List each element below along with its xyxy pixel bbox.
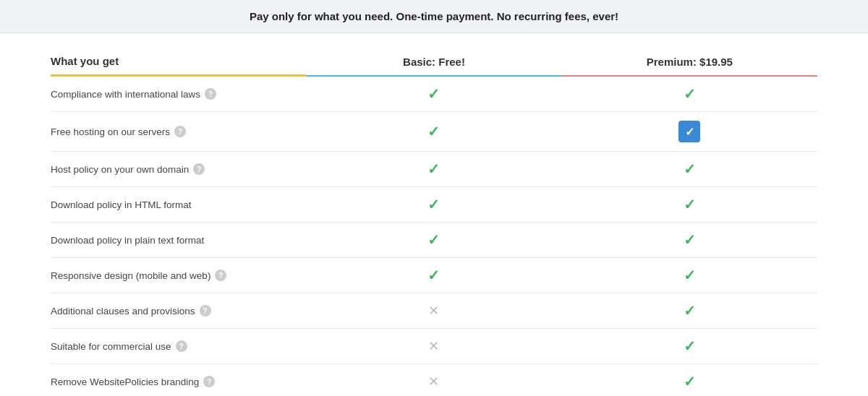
check-icon: ✓ xyxy=(684,303,696,319)
premium-cell: ✓ xyxy=(562,373,817,390)
basic-cell: ✓ xyxy=(306,160,561,178)
col-feature-header: What you get xyxy=(51,55,306,77)
premium-cell: ✓ xyxy=(562,160,817,178)
premium-cell: ✓ xyxy=(562,121,817,142)
banner-text: Pay only for what you need. One-time pay… xyxy=(250,10,618,22)
basic-cell: ✓ xyxy=(306,85,561,103)
cross-icon: ✕ xyxy=(428,374,439,389)
basic-cell: ✓ xyxy=(306,267,561,284)
top-banner: Pay only for what you need. One-time pay… xyxy=(0,0,868,33)
feature-label: Compliance with international laws? xyxy=(51,88,306,100)
help-icon[interactable]: ? xyxy=(205,88,216,100)
table-row: Suitable for commercial use?✕✓ xyxy=(51,329,817,364)
col-basic-header: Basic: Free! xyxy=(306,56,561,77)
feature-label: Free hosting on our servers? xyxy=(51,126,306,137)
help-icon[interactable]: ? xyxy=(174,126,186,137)
check-icon: ✓ xyxy=(685,125,694,139)
highlight-check-box: ✓ xyxy=(678,121,700,142)
check-icon: ✓ xyxy=(427,267,440,283)
check-icon: ✓ xyxy=(427,86,440,102)
feature-label: Responsive design (mobile and web)? xyxy=(51,270,306,281)
help-icon[interactable]: ? xyxy=(203,376,215,387)
premium-cell: ✓ xyxy=(562,196,817,213)
basic-cell: ✕ xyxy=(306,338,561,354)
check-icon: ✓ xyxy=(427,232,440,248)
check-icon: ✓ xyxy=(684,197,696,212)
table-row: Free hosting on our servers?✓✓ xyxy=(51,112,817,152)
help-icon[interactable]: ? xyxy=(215,270,226,281)
check-icon: ✓ xyxy=(427,124,440,139)
help-icon[interactable]: ? xyxy=(193,163,205,175)
feature-label: Suitable for commercial use? xyxy=(51,340,306,352)
table-row: Compliance with international laws?✓✓ xyxy=(51,77,817,112)
check-icon: ✓ xyxy=(684,161,696,177)
table-row: Remove WebsitePolicies branding?✕✓ xyxy=(51,364,817,396)
check-icon: ✓ xyxy=(427,161,440,177)
table-row: Download policy in HTML format✓✓ xyxy=(51,187,817,223)
feature-label: Remove WebsitePolicies branding? xyxy=(51,376,306,387)
basic-cell: ✓ xyxy=(306,196,561,213)
premium-cell: ✓ xyxy=(562,337,817,355)
feature-label: Host policy on your own domain? xyxy=(51,163,306,175)
pricing-table: What you get Basic: Free! Premium: $19.9… xyxy=(36,55,832,396)
feature-rows: Compliance with international laws?✓✓Fre… xyxy=(51,77,817,396)
help-icon[interactable]: ? xyxy=(200,305,211,317)
premium-cell: ✓ xyxy=(562,85,817,103)
col-premium-header: Premium: $19.95 xyxy=(562,56,817,77)
check-icon: ✓ xyxy=(684,86,696,102)
basic-cell: ✕ xyxy=(306,303,561,319)
premium-cell: ✓ xyxy=(562,267,817,284)
table-header: What you get Basic: Free! Premium: $19.9… xyxy=(51,55,817,77)
help-icon[interactable]: ? xyxy=(176,340,187,352)
basic-cell: ✓ xyxy=(306,123,561,140)
feature-label: Download policy in HTML format xyxy=(51,199,306,210)
table-row: Responsive design (mobile and web)?✓✓ xyxy=(51,258,817,293)
table-row: Additional clauses and provisions?✕✓ xyxy=(51,293,817,329)
check-icon: ✓ xyxy=(684,232,696,248)
cross-icon: ✕ xyxy=(428,339,439,353)
basic-cell: ✕ xyxy=(306,374,561,389)
feature-label: Download policy in plain text format xyxy=(51,235,306,246)
premium-cell: ✓ xyxy=(562,302,817,319)
feature-label: Additional clauses and provisions? xyxy=(51,305,306,317)
check-icon: ✓ xyxy=(427,197,440,212)
table-row: Download policy in plain text format✓✓ xyxy=(51,223,817,258)
premium-cell: ✓ xyxy=(562,231,817,249)
check-icon: ✓ xyxy=(684,338,696,354)
check-icon: ✓ xyxy=(684,374,696,389)
basic-cell: ✓ xyxy=(306,231,561,249)
cross-icon: ✕ xyxy=(428,304,439,318)
table-row: Host policy on your own domain?✓✓ xyxy=(51,152,817,187)
check-icon: ✓ xyxy=(684,267,696,283)
